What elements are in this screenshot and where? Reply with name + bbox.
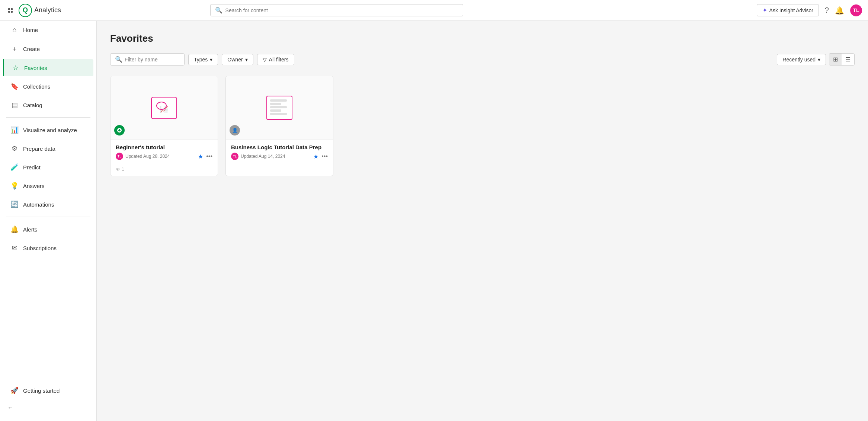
filter-by-name-input-wrapper[interactable]: 🔍 — [110, 53, 185, 66]
sort-button[interactable]: Recently used ▾ — [777, 54, 826, 65]
card-beginners-tutorial[interactable]: 📈 Beginner's tutorial TL Updated Aug 28,… — [110, 76, 218, 176]
main-content: Favorites 🔍 Types ▾ Owner ▾ ▽ All filter… — [97, 21, 868, 421]
getting-started-icon: 🚀 — [10, 386, 19, 395]
filter-bar: 🔍 Types ▾ Owner ▾ ▽ All filters Recently… — [110, 53, 855, 66]
sidebar-item-alerts[interactable]: 🔔 Alerts — [3, 221, 93, 238]
thumb-line-5 — [270, 113, 287, 115]
search-bar[interactable]: 🔍 — [210, 4, 463, 16]
star-button-1[interactable]: ★ — [198, 153, 203, 160]
predict-icon: 🧪 — [10, 163, 19, 171]
qlik-q-mark: Q — [19, 4, 32, 17]
sidebar-item-home[interactable]: ⌂ Home — [3, 22, 93, 38]
types-filter-button[interactable]: Types ▾ — [188, 54, 218, 65]
search-input[interactable] — [225, 7, 458, 13]
card-badge-2: 👤 — [230, 125, 240, 135]
sidebar-label-subscriptions: Subscriptions — [23, 245, 57, 251]
grid-menu-icon[interactable] — [6, 6, 15, 15]
cards-grid: 📈 Beginner's tutorial TL Updated Aug 28,… — [110, 76, 855, 176]
sidebar-item-predict[interactable]: 🧪 Predict — [3, 159, 93, 176]
thumb-line-2 — [270, 103, 281, 105]
sidebar-label-alerts: Alerts — [23, 226, 37, 233]
sidebar-item-create[interactable]: ＋ Create — [3, 40, 93, 58]
sidebar-label-automations: Automations — [23, 201, 54, 208]
card-actions-1: ★ ••• — [198, 153, 212, 160]
home-icon: ⌂ — [10, 26, 19, 34]
card-actions-2: ★ ••• — [313, 153, 328, 160]
view-count-1: 👁 1 — [116, 167, 124, 172]
app-thumbnail-1: 📈 — [151, 97, 177, 119]
qlik-logo[interactable]: Q Analytics — [19, 4, 61, 17]
create-icon: ＋ — [10, 44, 19, 53]
notifications-icon[interactable]: 🔔 — [835, 6, 844, 15]
all-filters-button[interactable]: ▽ All filters — [257, 54, 294, 65]
card-body-2: Business Logic Tutorial Data Prep TL Upd… — [226, 140, 333, 165]
sidebar-item-answers[interactable]: 💡 Answers — [3, 177, 93, 194]
types-label: Types — [194, 57, 208, 63]
topnav: Q Analytics 🔍 ✦ Ask Insight Advisor ? 🔔 … — [0, 0, 868, 21]
sidebar-item-catalog[interactable]: ▤ Catalog — [3, 96, 93, 114]
more-menu-button-2[interactable]: ••• — [321, 153, 328, 160]
filter-by-name-input[interactable] — [125, 57, 177, 63]
sidebar-label-prepare: Prepare data — [23, 146, 55, 152]
owner-filter-button[interactable]: Owner ▾ — [222, 54, 253, 65]
thumb-line-1 — [270, 99, 287, 102]
sidebar-item-subscriptions[interactable]: ✉ Subscriptions — [3, 239, 93, 256]
card-thumb-1: 📈 — [110, 76, 218, 140]
sidebar-item-automations[interactable]: 🔄 Automations — [3, 196, 93, 213]
sidebar-collapse-button[interactable]: ← — [0, 400, 96, 415]
views-value-1: 1 — [122, 167, 124, 172]
sidebar-item-collections[interactable]: 🔖 Collections — [3, 78, 93, 95]
main-layout: ⌂ Home ＋ Create ☆ Favorites 🔖 Collection… — [0, 21, 868, 421]
sidebar: ⌂ Home ＋ Create ☆ Favorites 🔖 Collection… — [0, 21, 97, 421]
sidebar-label-getting-started: Getting started — [23, 387, 60, 394]
more-menu-button-1[interactable]: ••• — [206, 153, 212, 160]
sidebar-item-prepare[interactable]: ⚙ Prepare data — [3, 140, 93, 157]
card-body-1: Beginner's tutorial TL Updated Aug 28, 2… — [110, 140, 218, 165]
sidebar-divider-2 — [6, 217, 90, 217]
card-footer-1: 👁 1 — [110, 165, 218, 176]
card-updated-1: Updated Aug 28, 2024 — [125, 154, 170, 159]
sidebar-label-favorites: Favorites — [24, 65, 47, 71]
insight-advisor-button[interactable]: ✦ Ask Insight Advisor — [757, 4, 819, 16]
card-meta-1: TL Updated Aug 28, 2024 ★ ••• — [116, 153, 212, 160]
list-view-button[interactable]: ☰ — [842, 54, 854, 65]
help-icon[interactable]: ? — [825, 6, 829, 15]
user-avatar[interactable]: TL — [850, 4, 862, 16]
search-icon: 🔍 — [215, 7, 222, 14]
visualize-icon: 📊 — [10, 126, 19, 134]
grid-view-button[interactable]: ⊞ — [829, 54, 842, 65]
prepare-icon: ⚙ — [10, 144, 19, 153]
sidebar-label-home: Home — [23, 27, 38, 33]
sidebar-label-collections: Collections — [23, 83, 50, 90]
card-badge-1 — [114, 125, 125, 135]
topnav-left: Q Analytics — [6, 4, 61, 17]
page-title: Favorites — [110, 33, 855, 44]
sidebar-item-visualize[interactable]: 📊 Visualize and analyze — [3, 121, 93, 138]
app-name: Analytics — [34, 6, 61, 14]
sidebar-bottom: 🚀 Getting started ← — [0, 381, 96, 421]
insight-btn-label: Ask Insight Advisor — [769, 7, 813, 13]
favorites-icon: ☆ — [12, 64, 20, 72]
star-button-2[interactable]: ★ — [313, 153, 318, 160]
card-title-2: Business Logic Tutorial Data Prep — [231, 144, 328, 150]
card-title-1: Beginner's tutorial — [116, 144, 212, 150]
sidebar-label-answers: Answers — [23, 183, 45, 189]
sidebar-item-favorites[interactable]: ☆ Favorites — [3, 59, 93, 76]
types-chevron-icon: ▾ — [210, 57, 212, 63]
eye-icon-1: 👁 — [116, 167, 120, 172]
filter-right: Recently used ▾ ⊞ ☰ — [777, 53, 855, 66]
owner-chevron-icon: ▾ — [245, 57, 248, 63]
script-thumbnail-2 — [266, 96, 292, 120]
sidebar-item-getting-started[interactable]: 🚀 Getting started — [3, 382, 93, 399]
alerts-icon: 🔔 — [10, 225, 19, 233]
collapse-icon: ← — [7, 404, 13, 411]
card-thumb-2: 👤 — [226, 76, 333, 140]
all-filters-label: All filters — [269, 57, 289, 63]
card-updated-2: Updated Aug 14, 2024 — [241, 154, 285, 159]
sidebar-label-catalog: Catalog — [23, 102, 42, 108]
topnav-right: ✦ Ask Insight Advisor ? 🔔 TL — [757, 4, 862, 16]
card-business-logic[interactable]: 👤 Business Logic Tutorial Data Prep TL U… — [225, 76, 333, 176]
thumb-line-4 — [270, 109, 281, 112]
app-thumb-inner-1: 📈 — [151, 97, 177, 119]
sort-label: Recently used — [782, 57, 816, 63]
